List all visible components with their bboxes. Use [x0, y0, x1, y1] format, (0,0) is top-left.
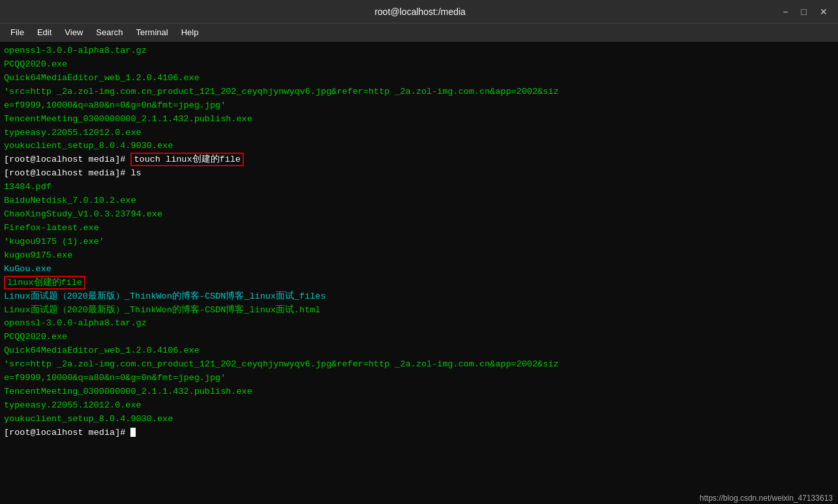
- statusbar: https://blog.csdn.net/weixin_47133613: [695, 492, 838, 504]
- menu-edit[interactable]: Edit: [32, 25, 57, 39]
- minimize-button[interactable]: −: [780, 5, 790, 18]
- menu-view[interactable]: View: [59, 25, 88, 39]
- menu-help[interactable]: Help: [176, 25, 204, 39]
- maximize-button[interactable]: □: [799, 5, 809, 18]
- terminal-area[interactable]: openssl-3.0.0-alpha8.tar.gz PCQQ2020.exe…: [0, 42, 838, 504]
- window-controls: − □ ✕: [780, 5, 830, 18]
- titlebar: root@localhost:/media − □ ✕: [0, 0, 838, 23]
- window-title: root@localhost:/media: [60, 7, 780, 17]
- menu-terminal[interactable]: Terminal: [131, 25, 173, 39]
- terminal-output: openssl-3.0.0-alpha8.tar.gz PCQQ2020.exe…: [4, 44, 834, 440]
- menu-search[interactable]: Search: [91, 25, 128, 39]
- menu-file[interactable]: File: [5, 25, 29, 39]
- close-button[interactable]: ✕: [817, 5, 830, 18]
- menubar: File Edit View Search Terminal Help: [0, 23, 838, 42]
